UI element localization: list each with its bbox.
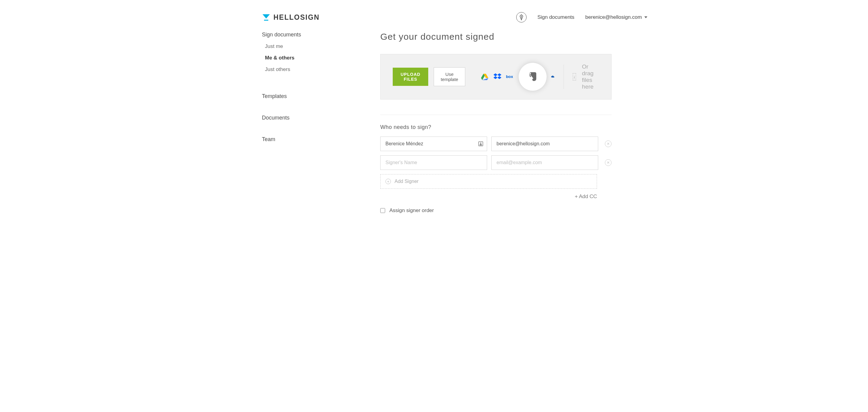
nav-templates[interactable]: Templates bbox=[262, 93, 347, 99]
logo-mark-icon bbox=[262, 13, 271, 22]
nav-just-me[interactable]: Just me bbox=[265, 43, 347, 50]
who-needs-to-sign-label: Who needs to sign? bbox=[380, 124, 612, 130]
upload-files-button[interactable]: UPLOAD FILES bbox=[393, 68, 428, 86]
integration-icons: box bbox=[480, 67, 555, 87]
section-divider bbox=[380, 115, 612, 115]
page-title: Get your document signed bbox=[380, 32, 612, 42]
svg-marker-8 bbox=[497, 73, 501, 76]
nav-sign-documents[interactable]: Sign documents bbox=[262, 32, 347, 38]
assign-order-label: Assign signer order bbox=[390, 208, 434, 214]
nav-team[interactable]: Team bbox=[262, 136, 347, 142]
svg-marker-9 bbox=[494, 76, 497, 79]
chevron-down-icon bbox=[644, 17, 647, 18]
logo-text: HELLOSIGN bbox=[274, 13, 319, 22]
user-email: berenice@hellosign.com bbox=[585, 14, 642, 20]
drag-label: Or drag files here bbox=[582, 63, 599, 90]
svg-point-3 bbox=[521, 16, 522, 17]
pen-icon[interactable] bbox=[516, 12, 527, 23]
svg-point-13 bbox=[480, 142, 482, 144]
signer-email-input[interactable] bbox=[491, 155, 598, 170]
user-menu[interactable]: berenice@hellosign.com bbox=[585, 14, 647, 20]
nav-documents[interactable]: Documents bbox=[262, 115, 347, 121]
main-content: Get your document signed UPLOAD FILES Us… bbox=[380, 32, 612, 214]
assign-signer-order[interactable]: Assign signer order bbox=[380, 208, 612, 214]
svg-text:box: box bbox=[506, 74, 513, 79]
remove-signer-button[interactable]: ✕ bbox=[605, 159, 612, 166]
svg-marker-7 bbox=[494, 73, 497, 76]
nav-me-and-others[interactable]: Me & others bbox=[265, 55, 347, 61]
add-cc-button[interactable]: + Add CC bbox=[380, 194, 597, 200]
google-drive-icon[interactable] bbox=[480, 72, 489, 81]
add-signer-label: Add Signer bbox=[395, 179, 418, 184]
evernote-icon[interactable] bbox=[519, 63, 547, 91]
remove-signer-button[interactable]: ✕ bbox=[605, 140, 612, 147]
signer-email-input[interactable] bbox=[491, 136, 598, 151]
app-header: HELLOSIGN Sign documents berenice@hellos… bbox=[217, 0, 651, 32]
svg-rect-1 bbox=[264, 20, 268, 21]
onedrive-icon[interactable] bbox=[551, 72, 555, 81]
use-template-button[interactable]: Use template bbox=[434, 67, 465, 86]
svg-marker-0 bbox=[262, 14, 270, 19]
dropbox-icon[interactable] bbox=[493, 72, 502, 81]
svg-marker-10 bbox=[497, 76, 501, 79]
upload-panel: UPLOAD FILES Use template bbox=[380, 54, 612, 99]
logo[interactable]: HELLOSIGN bbox=[262, 13, 319, 22]
signer-row: ✕ bbox=[380, 136, 612, 151]
signer-name-input[interactable] bbox=[380, 136, 487, 151]
plus-icon: + bbox=[385, 179, 391, 184]
sidebar: Sign documents Just me Me & others Just … bbox=[262, 32, 347, 214]
nav-just-others[interactable]: Just others bbox=[265, 66, 347, 72]
signer-row: ✕ bbox=[380, 155, 612, 170]
header-sign-documents-link[interactable]: Sign documents bbox=[537, 14, 575, 20]
assign-order-checkbox[interactable] bbox=[380, 208, 385, 213]
box-icon[interactable]: box bbox=[506, 72, 515, 81]
contacts-icon[interactable] bbox=[478, 141, 484, 147]
drag-drop-zone[interactable]: ↓ Or drag files here bbox=[573, 63, 599, 90]
signer-name-input[interactable] bbox=[380, 155, 487, 170]
download-arrow-icon: ↓ bbox=[573, 73, 576, 81]
add-signer-button[interactable]: + Add Signer bbox=[380, 174, 597, 189]
